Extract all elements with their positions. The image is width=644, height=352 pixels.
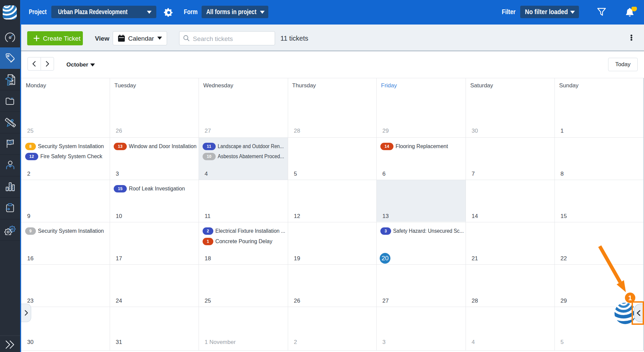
svg-text:1: 1	[628, 294, 632, 302]
